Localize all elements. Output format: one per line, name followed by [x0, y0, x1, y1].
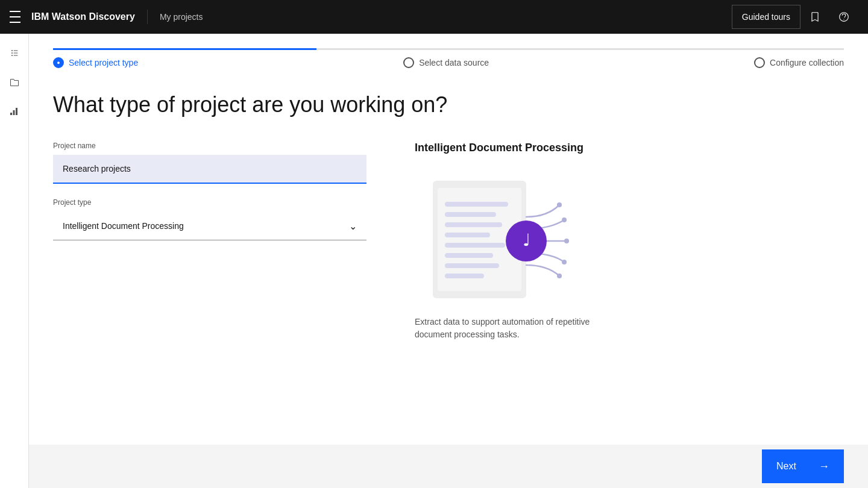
svg-rect-17: [445, 263, 499, 268]
menu-icon[interactable]: [10, 11, 22, 23]
step-3-label: Configure collection: [754, 57, 844, 68]
next-button-label: Next: [776, 461, 796, 472]
svg-rect-8: [16, 108, 17, 115]
svg-rect-11: [445, 202, 508, 207]
step-1-label: ● Select project type: [53, 57, 138, 68]
sidebar-folder-icon[interactable]: [5, 72, 24, 92]
svg-rect-15: [445, 243, 505, 248]
project-type-select-wrapper: Intelligent Document Processing Document…: [53, 211, 366, 240]
preview-description: Extract data to support automation of re…: [415, 316, 608, 341]
progress-segment-3: [580, 48, 844, 50]
step-3-circle: [754, 57, 765, 68]
svg-rect-13: [445, 222, 502, 227]
svg-text:♩: ♩: [523, 231, 530, 249]
form-body: Project name Project type Intelligent Do…: [53, 142, 844, 341]
steps-bar: ● Select project type Select data source…: [29, 34, 868, 68]
idp-illustration-svg: ♩: [415, 169, 583, 313]
svg-rect-18: [445, 274, 484, 278]
project-type-field-group: Project type Intelligent Document Proces…: [53, 198, 366, 240]
svg-rect-7: [13, 110, 14, 115]
progress-segment-2: [316, 48, 580, 50]
app-title: IBM Watson Discovery: [31, 11, 135, 22]
main-content: ● Select project type Select data source…: [29, 34, 868, 488]
bookmark-icon: [810, 11, 820, 22]
svg-point-2: [11, 55, 13, 56]
footer-bar: Next →: [29, 445, 868, 488]
project-type-label: Project type: [53, 198, 366, 207]
svg-rect-6: [10, 113, 12, 115]
svg-rect-4: [13, 53, 17, 54]
form-left: Project name Project type Intelligent Do…: [53, 142, 366, 341]
guided-tours-button[interactable]: Guided tours: [732, 5, 800, 29]
topbar-nav-link[interactable]: My projects: [160, 12, 203, 22]
sidebar-settings-icon[interactable]: [5, 43, 24, 63]
topbar: IBM Watson Discovery My projects Guided …: [0, 0, 868, 34]
progress-segment-1: [53, 48, 316, 50]
step-2-circle: [403, 57, 414, 68]
steps-labels: ● Select project type Select data source…: [53, 57, 844, 68]
svg-point-22: [562, 260, 567, 264]
sidebar-data-icon[interactable]: [5, 101, 24, 120]
page-title: What type of project are you working on?: [53, 92, 844, 117]
bookmark-button[interactable]: [800, 0, 829, 34]
form-area: What type of project are you working on?…: [29, 68, 868, 488]
sidebar: [0, 34, 29, 488]
svg-point-0: [11, 50, 13, 51]
svg-point-20: [562, 217, 567, 222]
svg-point-21: [564, 239, 569, 243]
svg-point-23: [557, 274, 562, 278]
project-type-select[interactable]: Intelligent Document Processing Document…: [53, 211, 366, 240]
topbar-right: Guided tours: [732, 0, 858, 34]
progress-line: [53, 48, 844, 50]
preview-title: Intelligent Document Processing: [415, 142, 844, 154]
form-right: Intelligent Document Processing: [415, 142, 844, 341]
preview-illustration: ♩: [415, 169, 844, 316]
svg-rect-12: [445, 212, 496, 217]
svg-rect-5: [13, 55, 17, 56]
project-name-input[interactable]: [53, 155, 366, 184]
next-button[interactable]: Next →: [762, 449, 844, 483]
svg-rect-14: [445, 233, 490, 237]
svg-point-1: [11, 52, 13, 54]
help-icon: [838, 11, 849, 22]
next-arrow-icon: →: [819, 460, 829, 473]
svg-point-19: [557, 202, 562, 207]
project-name-field-group: Project name: [53, 142, 366, 184]
svg-rect-16: [445, 253, 493, 258]
step-2-label: Select data source: [403, 57, 489, 68]
svg-rect-3: [13, 51, 17, 51]
help-button[interactable]: [829, 0, 858, 34]
topbar-divider: [147, 10, 148, 24]
step-1-circle: ●: [53, 57, 64, 68]
project-name-label: Project name: [53, 142, 366, 150]
